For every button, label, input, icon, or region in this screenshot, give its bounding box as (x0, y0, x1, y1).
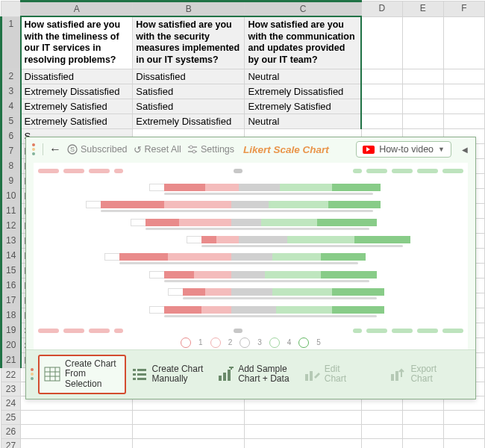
row-header-2[interactable]: 2 (1, 69, 21, 84)
row-header-4[interactable]: 4 (1, 99, 21, 113)
row-header-12[interactable]: 12 (1, 218, 21, 233)
add-sample-button[interactable]: Add SampleChart + Data (212, 361, 298, 389)
cell-B3[interactable]: Satisfied (133, 84, 245, 99)
row-header-22[interactable]: 22 (1, 367, 21, 382)
cell-D27[interactable] (361, 438, 402, 448)
cell-B2[interactable]: Dissatisfied (133, 69, 245, 84)
cell-A3[interactable]: Extremely Dissatisfied (21, 84, 133, 99)
row-header-25[interactable]: 25 (1, 410, 21, 424)
cell-C27[interactable] (245, 438, 361, 448)
cell-E3[interactable] (402, 84, 443, 99)
cell-C26[interactable] (245, 424, 361, 438)
drag-handle-icon[interactable] (32, 143, 35, 155)
row-header-6[interactable]: 6 (1, 128, 21, 143)
cell-A5[interactable]: Extremely Satisfied (21, 113, 133, 128)
row-header-17[interactable]: 17 (1, 293, 21, 308)
row-header-10[interactable]: 10 (1, 188, 21, 203)
howto-video-button[interactable]: How-to video ▼ (356, 141, 451, 158)
create-chart-from-selection-button[interactable]: Create ChartFrom Selection (38, 355, 126, 394)
reset-all-button[interactable]: ↺ Reset All (134, 144, 181, 155)
cell-E4[interactable] (402, 99, 443, 113)
cell-A1[interactable]: How satisfied are you with the timelines… (21, 16, 133, 69)
svg-point-4 (190, 146, 193, 149)
select-all-corner[interactable] (1, 1, 21, 17)
create-chart-manually-button[interactable]: Create ChartManually (126, 361, 213, 389)
cell-E27[interactable] (402, 438, 443, 448)
cell-D2[interactable] (361, 69, 402, 84)
cell-D26[interactable] (361, 424, 402, 438)
cell-F2[interactable] (443, 69, 484, 84)
cell-A2[interactable]: Dissatisfied (21, 69, 133, 84)
row-header-5[interactable]: 5 (1, 113, 21, 128)
cell-F4[interactable] (443, 99, 484, 113)
svg-rect-18 (223, 373, 226, 381)
cell-C2[interactable]: Neutral (245, 69, 361, 84)
cell-B27[interactable] (133, 438, 245, 448)
cell-B4[interactable]: Satisfied (133, 99, 245, 113)
cell-D25[interactable] (361, 410, 402, 424)
collapse-pane-icon[interactable]: ◀ (462, 146, 469, 154)
row-header-14[interactable]: 14 (1, 248, 21, 263)
cell-F25[interactable] (443, 410, 484, 424)
svg-text:S: S (70, 146, 75, 153)
row-header-9[interactable]: 9 (1, 173, 21, 188)
row-header-13[interactable]: 13 (1, 233, 21, 248)
cell-A27[interactable] (21, 438, 133, 448)
col-header-B[interactable]: B (133, 1, 245, 17)
cell-C3[interactable]: Extremely Dissatisfied (245, 84, 361, 99)
col-header-E[interactable]: E (402, 1, 443, 17)
cell-F1[interactable] (443, 16, 484, 69)
cell-C25[interactable] (245, 410, 361, 424)
row-header-19[interactable]: 19 (1, 323, 21, 337)
cell-F26[interactable] (443, 424, 484, 438)
cell-E25[interactable] (402, 410, 443, 424)
row-header-21[interactable]: 21 (1, 352, 21, 367)
cell-A26[interactable] (21, 424, 133, 438)
row-header-23[interactable]: 23 (1, 382, 21, 396)
row-header-1[interactable]: 1 (1, 16, 21, 69)
row-header-26[interactable]: 26 (1, 424, 21, 438)
row-header-24[interactable]: 24 (1, 396, 21, 410)
row-header-8[interactable]: 8 (1, 158, 21, 173)
cell-F5[interactable] (443, 113, 484, 128)
cell-C5[interactable]: Neutral (245, 113, 361, 128)
cell-B25[interactable] (133, 410, 245, 424)
cell-D5[interactable] (361, 113, 402, 128)
settings-button[interactable]: Settings (187, 144, 234, 155)
cell-C1[interactable]: How satisfied are you with the communica… (245, 16, 361, 69)
cell-F3[interactable] (443, 84, 484, 99)
svg-rect-22 (305, 374, 308, 381)
cell-D3[interactable] (361, 84, 402, 99)
cell-C4[interactable]: Extremely Satisfied (245, 99, 361, 113)
col-header-A[interactable]: A (21, 1, 133, 17)
col-header-D[interactable]: D (361, 1, 402, 17)
col-header-C[interactable]: C (245, 1, 361, 17)
cell-E26[interactable] (402, 424, 443, 438)
cell-E1[interactable] (402, 16, 443, 69)
col-header-F[interactable]: F (443, 1, 484, 17)
cell-A4[interactable]: Extremely Satisfied (21, 99, 133, 113)
cell-B1[interactable]: How satisfied are you with the security … (133, 16, 245, 69)
cell-F27[interactable] (443, 438, 484, 448)
row-header-7[interactable]: 7 (1, 143, 21, 158)
pane-title: Likert Scale Chart (243, 144, 329, 155)
row-header-3[interactable]: 3 (1, 84, 21, 99)
cell-D1[interactable] (361, 16, 402, 69)
row-header-27[interactable]: 27 (1, 438, 21, 448)
row-header-16[interactable]: 16 (1, 278, 21, 293)
row-header-18[interactable]: 18 (1, 308, 21, 323)
cell-B5[interactable]: Extremely Dissatisfied (133, 113, 245, 128)
row-header-11[interactable]: 11 (1, 203, 21, 218)
row-header-15[interactable]: 15 (1, 263, 21, 278)
row-header-20[interactable]: 20 (1, 337, 21, 352)
back-arrow-icon[interactable]: ← (49, 143, 61, 156)
cell-B26[interactable] (133, 424, 245, 438)
cell-E2[interactable] (402, 69, 443, 84)
cell-A25[interactable] (21, 410, 133, 424)
legend-4: 4 (287, 338, 292, 346)
drag-handle-icon[interactable] (31, 368, 34, 380)
cell-D4[interactable] (361, 99, 402, 113)
subscribed-button[interactable]: S Subscribed (67, 144, 128, 155)
addin-task-pane: ← S Subscribed ↺ Reset All Settings Like… (25, 137, 476, 399)
cell-E5[interactable] (402, 113, 443, 128)
